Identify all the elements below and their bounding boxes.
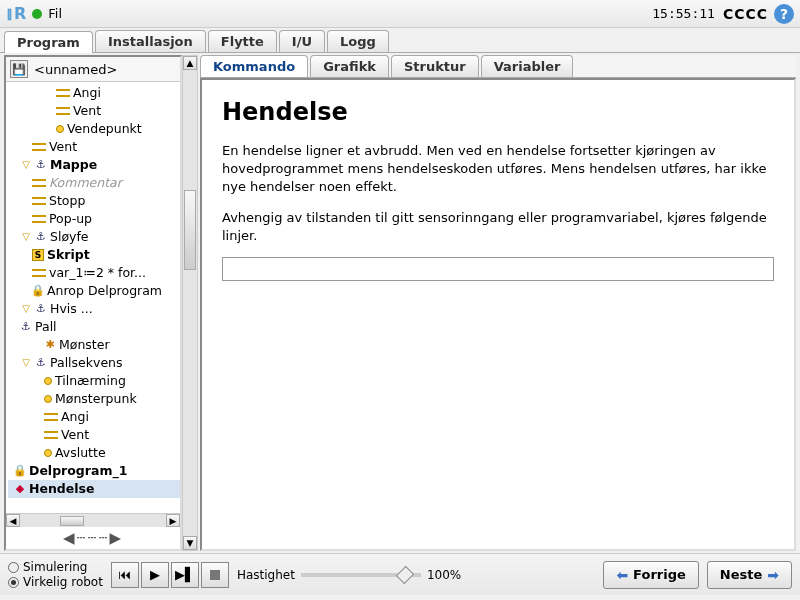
tree-node[interactable]: Pop-up	[8, 210, 180, 228]
tree-node[interactable]: Tilnærming	[8, 372, 180, 390]
tab-logg[interactable]: Logg	[327, 30, 389, 52]
tree-node[interactable]: var_1≔2 * for...	[8, 264, 180, 282]
tree-node[interactable]: ▽⚓Sløyfe	[8, 228, 180, 246]
next-button[interactable]: Neste➡	[707, 561, 792, 589]
tree-node-label: Angi	[61, 408, 89, 426]
tree-node-label: Stopp	[49, 192, 85, 210]
playback-controls: ⏮ ▶ ▶▌	[111, 562, 229, 588]
expand-icon[interactable]: ▽	[20, 159, 32, 171]
speed-label: Hastighet	[237, 568, 295, 582]
tree-node[interactable]: ▽⚓Mappe	[8, 156, 180, 174]
tab-flytte[interactable]: Flytte	[208, 30, 277, 52]
arrow-left-icon: ⬅	[616, 567, 628, 583]
prev-button[interactable]: ⬅Forrige	[603, 561, 698, 589]
radio-real-robot[interactable]	[8, 577, 19, 588]
tree-node[interactable]: Vent	[8, 102, 180, 120]
tree-node-label: Pall	[35, 318, 57, 336]
tree-node[interactable]: Vendepunkt	[8, 120, 180, 138]
tab-program[interactable]: Program	[4, 31, 93, 53]
tree-node[interactable]: 🔒Delprogram_1	[8, 462, 180, 480]
scroll-left-icon[interactable]: ◀	[6, 514, 20, 527]
tree-node[interactable]: ▽⚓Hvis ...	[8, 300, 180, 318]
tree-node[interactable]: Vent	[8, 426, 180, 444]
inner-tab-grafikk[interactable]: Grafikk	[310, 55, 389, 77]
tree-node-label: Hvis ...	[50, 300, 93, 318]
tree-node-label: Avslutte	[55, 444, 106, 462]
tree-node[interactable]: Vent	[8, 138, 180, 156]
inner-tab-kommando[interactable]: Kommando	[200, 55, 308, 77]
main-tab-row: ProgramInstallasjonFlytteI/ULogg	[0, 28, 800, 53]
tree-node-label: Vendepunkt	[67, 120, 142, 138]
scroll-up-icon[interactable]: ▲	[183, 56, 197, 70]
speed-value: 100%	[427, 568, 461, 582]
tree-node[interactable]: ◆Hendelse	[8, 480, 180, 498]
status-dot-icon	[32, 9, 42, 19]
description-2: Avhengig av tilstanden til gitt sensorin…	[222, 209, 774, 245]
radio-simulation-label: Simulering	[23, 560, 87, 575]
tree-h-scrollbar[interactable]: ◀ ▶	[6, 513, 180, 527]
step-button[interactable]: ▶▌	[171, 562, 199, 588]
run-mode-radios: Simulering Virkelig robot	[8, 560, 103, 590]
tree-node-label: Sløyfe	[50, 228, 89, 246]
tree-node[interactable]: ⚓Pall	[8, 318, 180, 336]
logo: ⫿R	[6, 4, 26, 23]
tree-node-label: Vent	[49, 138, 77, 156]
file-name: <unnamed>	[34, 62, 117, 77]
tree-node[interactable]: Stopp	[8, 192, 180, 210]
inner-tab-struktur[interactable]: Struktur	[391, 55, 479, 77]
tree-node-label: Delprogram_1	[29, 462, 127, 480]
program-tree-panel: 💾 <unnamed> AngiVentVendepunktVent▽⚓Mapp…	[4, 55, 182, 551]
stop-button[interactable]	[201, 562, 229, 588]
radio-simulation[interactable]	[8, 562, 19, 573]
tab-i/u[interactable]: I/U	[279, 30, 325, 52]
rewind-button[interactable]: ⏮	[111, 562, 139, 588]
prev-button-label: Forrige	[633, 567, 686, 582]
help-button[interactable]: ?	[774, 4, 794, 24]
tree-node[interactable]: Angi	[8, 408, 180, 426]
bottom-bar: Simulering Virkelig robot ⏮ ▶ ▶▌ Hastigh…	[0, 553, 800, 595]
inner-tab-row: KommandoGrafikkStrukturVariabler	[200, 55, 796, 78]
tree-nav-arrows[interactable]: ◀┄┄┄▶	[6, 527, 180, 549]
speed-knob[interactable]	[396, 565, 414, 583]
scroll-down-icon[interactable]: ▼	[183, 536, 197, 550]
tree-node[interactable]: Kommentar	[8, 174, 180, 192]
tab-installasjon[interactable]: Installasjon	[95, 30, 206, 52]
command-panel: Hendelse En hendelse ligner et avbrudd. …	[200, 78, 796, 551]
play-button[interactable]: ▶	[141, 562, 169, 588]
tree-node-label: Mønster	[59, 336, 110, 354]
file-bar: 💾 <unnamed>	[6, 57, 180, 82]
tree-node[interactable]: 🔒Anrop Delprogram	[8, 282, 180, 300]
save-icon[interactable]: 💾	[10, 60, 28, 78]
tree-node-label: Pallsekvens	[50, 354, 123, 372]
inner-tab-variabler[interactable]: Variabler	[481, 55, 574, 77]
speed-slider[interactable]	[301, 573, 421, 577]
tree-node-label: Anrop Delprogram	[47, 282, 162, 300]
page-title: Hendelse	[222, 98, 774, 126]
condition-input[interactable]	[222, 257, 774, 281]
tree-v-scrollbar[interactable]: ▲ ▼	[182, 55, 198, 551]
speed-control: Hastighet 100%	[237, 568, 461, 582]
tree-node[interactable]: ▽⚓Pallsekvens	[8, 354, 180, 372]
h-scroll-thumb[interactable]	[60, 516, 84, 526]
radio-real-robot-label: Virkelig robot	[23, 575, 103, 590]
menu-file[interactable]: Fil	[48, 6, 62, 21]
program-tree[interactable]: AngiVentVendepunktVent▽⚓MappeKommentarSt…	[6, 82, 180, 513]
arrow-right-icon: ➡	[767, 567, 779, 583]
tree-node-label: Angi	[73, 84, 101, 102]
tree-node-label: Mønsterpunk	[55, 390, 137, 408]
tree-node[interactable]: SSkript	[8, 246, 180, 264]
expand-icon[interactable]: ▽	[20, 357, 32, 369]
tree-node[interactable]: Angi	[8, 84, 180, 102]
v-scroll-thumb[interactable]	[184, 190, 196, 270]
tree-node[interactable]: Mønsterpunk	[8, 390, 180, 408]
tree-node-label: Hendelse	[29, 480, 94, 498]
tree-node-label: Vent	[73, 102, 101, 120]
tree-node[interactable]: Avslutte	[8, 444, 180, 462]
expand-icon[interactable]: ▽	[20, 231, 32, 243]
next-button-label: Neste	[720, 567, 762, 582]
expand-icon[interactable]: ▽	[20, 303, 32, 315]
tree-node-label: Tilnærming	[55, 372, 126, 390]
tree-node-label: Kommentar	[49, 174, 122, 192]
scroll-right-icon[interactable]: ▶	[166, 514, 180, 527]
tree-node[interactable]: ✱Mønster	[8, 336, 180, 354]
